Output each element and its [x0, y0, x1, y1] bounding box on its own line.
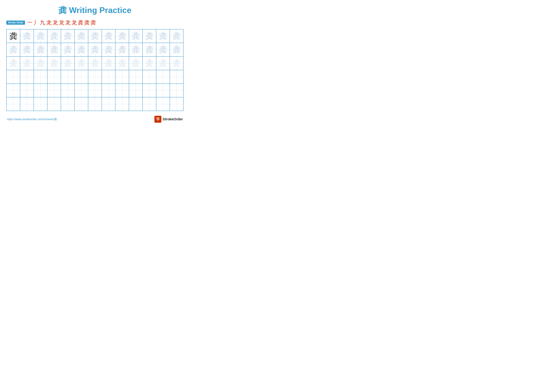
grid-cell	[20, 97, 34, 111]
stroke-step: 龚	[90, 19, 96, 26]
practice-char: 龚	[64, 46, 72, 54]
logo-char: 字	[156, 117, 160, 121]
stroke-step: 一	[27, 19, 33, 26]
grid-cell: 龚	[20, 29, 34, 43]
practice-char: 龚	[172, 46, 181, 54]
practice-char: 龚	[37, 59, 45, 67]
grid-cell	[102, 97, 115, 111]
practice-char: 龚	[91, 59, 99, 67]
grid-row: 龚龚龚龚龚龚龚龚龚龚龚龚龚	[7, 29, 183, 43]
practice-char: 龚	[104, 59, 113, 67]
grid-cell: 龚	[102, 29, 115, 43]
stroke-step: 龙	[52, 19, 58, 26]
grid-cell	[20, 84, 34, 97]
grid-cell: 龚	[156, 29, 170, 43]
stroke-order-badge: Stroke Order	[6, 21, 25, 25]
grid-cell	[20, 70, 34, 84]
practice-char: 龚	[64, 59, 72, 67]
grid-cell: 龚	[129, 57, 143, 70]
stroke-step: 龙	[72, 19, 77, 26]
grid-cell: 龚	[115, 29, 129, 43]
grid-cell	[115, 70, 129, 84]
practice-char: 龚	[118, 32, 126, 40]
grid-cell: 龚	[74, 43, 88, 57]
stroke-sequence: 一丿九龙龙龙龙龙龚龚龚	[27, 19, 96, 26]
grid-cell	[143, 84, 156, 97]
grid-cell: 龚	[115, 43, 129, 57]
grid-cell: 龚	[7, 43, 20, 57]
practice-char: 龚	[23, 46, 31, 54]
grid-row	[7, 97, 183, 111]
grid-cell: 龚	[88, 57, 102, 70]
grid-cell	[102, 84, 115, 97]
practice-char: 龚	[104, 32, 113, 40]
grid-cell	[74, 84, 88, 97]
stroke-step: 龚	[84, 19, 89, 26]
grid-cell	[47, 70, 61, 84]
practice-char: 龚	[77, 59, 85, 67]
grid-cell	[61, 70, 74, 84]
practice-char: 龚	[145, 59, 153, 67]
grid-cell	[115, 97, 129, 111]
grid-cell: 龚	[20, 57, 34, 70]
practice-char: 龚	[118, 59, 126, 67]
practice-char: 龚	[64, 32, 72, 40]
logo-text: StrokeOrder	[163, 117, 183, 121]
practice-char: 龚	[50, 59, 58, 67]
grid-cell: 龚	[102, 57, 115, 70]
practice-char: 龚	[9, 59, 17, 67]
logo-icon: 字	[154, 116, 161, 123]
grid-cell: 龚	[7, 57, 20, 70]
grid-cell: 龚	[47, 43, 61, 57]
grid-cell	[61, 84, 74, 97]
grid-cell	[143, 97, 156, 111]
grid-cell: 龚	[34, 43, 47, 57]
grid-cell: 龚	[115, 57, 129, 70]
grid-cell: 龚	[102, 43, 115, 57]
grid-cell	[129, 70, 143, 84]
footer-url: https://www.strokeorder.com/chinese/龚	[7, 117, 57, 121]
practice-char: 龚	[9, 46, 17, 54]
grid-cell: 龚	[74, 57, 88, 70]
grid-cell	[7, 97, 20, 111]
grid-cell	[74, 97, 88, 111]
grid-row	[7, 70, 183, 84]
grid-cell	[129, 97, 143, 111]
title-text: Writing Practice	[67, 6, 131, 15]
grid-cell: 龚	[88, 29, 102, 43]
stroke-step: 龚	[78, 19, 83, 26]
stroke-order-row: Stroke Order 一丿九龙龙龙龙龙龚龚龚	[6, 19, 183, 26]
grid-cell: 龚	[129, 29, 143, 43]
stroke-step: 龙	[59, 19, 64, 26]
grid-cell	[7, 84, 20, 97]
grid-row: 龚龚龚龚龚龚龚龚龚龚龚龚龚	[7, 43, 183, 57]
grid-cell: 龚	[156, 57, 170, 70]
grid-cell: 龚	[74, 29, 88, 43]
grid-cell	[34, 97, 47, 111]
practice-char: 龚	[77, 46, 85, 54]
grid-cell: 龚	[47, 57, 61, 70]
grid-cell	[61, 97, 74, 111]
practice-char: 龚	[159, 59, 167, 67]
practice-char: 龚	[91, 46, 99, 54]
title-char: 龚	[58, 6, 67, 15]
page-title: 龚 Writing Practice	[6, 5, 183, 16]
stroke-step: 九	[40, 19, 45, 26]
practice-char: 龚	[172, 32, 181, 40]
grid-cell	[170, 84, 183, 97]
stroke-step: 丿	[34, 19, 39, 26]
grid-cell	[47, 97, 61, 111]
footer: https://www.strokeorder.com/chinese/龚 字 …	[6, 116, 183, 123]
grid-cell	[34, 70, 47, 84]
practice-char: 龚	[50, 32, 58, 40]
grid-cell: 龚	[61, 57, 74, 70]
grid-cell: 龚	[156, 43, 170, 57]
practice-char: 龚	[104, 46, 113, 54]
grid-cell: 龚	[7, 29, 20, 43]
grid-row	[7, 84, 183, 97]
footer-logo: 字 StrokeOrder	[154, 116, 183, 123]
grid-cell	[170, 97, 183, 111]
grid-cell: 龚	[170, 43, 183, 57]
grid-cell	[74, 70, 88, 84]
grid-cell	[102, 70, 115, 84]
